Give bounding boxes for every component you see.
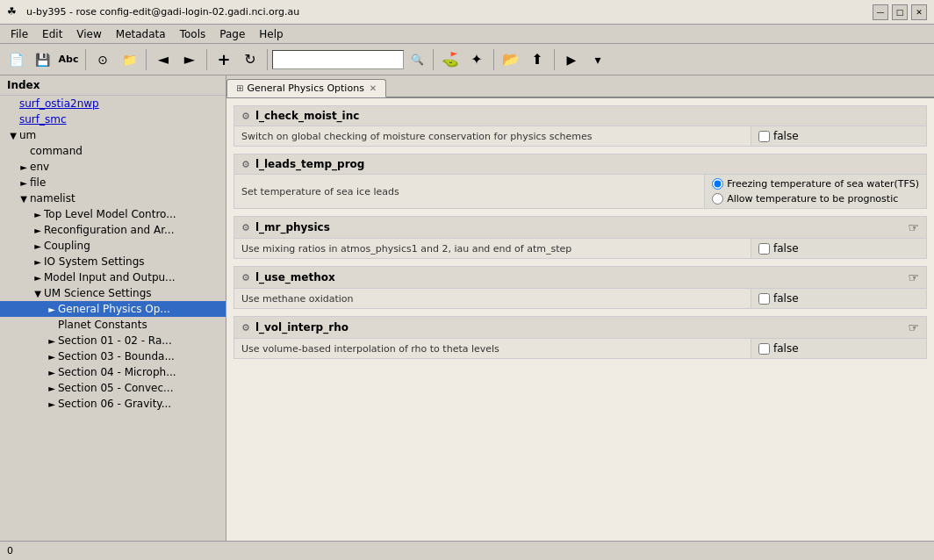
back-button[interactable]: ◄: [151, 47, 176, 72]
toolbar-separator-3: [206, 49, 207, 70]
external-link-icon-l_use_methox[interactable]: ☞: [908, 270, 919, 284]
titlebar: ☘ u-by395 - rose config-edit@gadi-login-…: [0, 0, 934, 25]
setting-edit-icon-l_vol_interp_rho[interactable]: ⚙: [241, 322, 250, 334]
menu-help[interactable]: Help: [252, 26, 290, 42]
toggle-io-system[interactable]: ►: [32, 255, 44, 268]
maximize-button[interactable]: □: [892, 4, 908, 20]
sidebar-item-top-level[interactable]: ►Top Level Model Contro...: [0, 206, 226, 222]
radio-input-l_leads_temp_prog-1[interactable]: [712, 193, 723, 205]
sidebar-item-section-04[interactable]: ►Section 04 - Microph...: [0, 364, 226, 380]
toggle-section-01-02[interactable]: ►: [46, 334, 58, 347]
add-button[interactable]: +: [212, 47, 236, 72]
toggle-model-input[interactable]: ►: [32, 271, 44, 284]
tab-general-physics-tab[interactable]: ⊞General Physics Options✕: [226, 79, 386, 97]
checkbox-l_check_moist_inc[interactable]: [758, 131, 770, 142]
false-checkbox-l_use_methox[interactable]: false: [758, 292, 919, 305]
false-checkbox-l_check_moist_inc[interactable]: false: [758, 130, 919, 142]
star-button[interactable]: ✦: [464, 47, 489, 72]
checkbox-l_vol_interp_rho[interactable]: [758, 343, 770, 355]
abc-button[interactable]: Abc: [56, 47, 81, 72]
menu-tools[interactable]: Tools: [173, 26, 213, 42]
sidebar-item-surf_smc[interactable]: surf_smc: [0, 111, 226, 127]
refresh-button[interactable]: ↻: [238, 47, 262, 72]
checkbox-l_use_methox[interactable]: [758, 293, 770, 305]
sidebar-label-env: env: [30, 161, 49, 173]
toggle-env[interactable]: ►: [18, 161, 30, 173]
toggle-coupling[interactable]: ►: [32, 240, 44, 252]
sidebar-item-io-system[interactable]: ►IO System Settings: [0, 254, 226, 269]
sidebar-item-namelist[interactable]: ▼namelist: [0, 190, 226, 206]
sidebar-item-section-03[interactable]: ►Section 03 - Bounda...: [0, 348, 226, 364]
toggle-top-level[interactable]: ►: [32, 208, 44, 220]
sidebar-label-file: file: [30, 176, 46, 189]
play-button[interactable]: ▶: [559, 47, 584, 72]
toggle-um-science[interactable]: ▼: [32, 287, 44, 299]
more-button[interactable]: ▾: [586, 47, 610, 72]
false-checkbox-l_vol_interp_rho[interactable]: false: [758, 342, 919, 355]
menu-edit[interactable]: Edit: [35, 26, 69, 42]
radio-option-l_leads_temp_prog-1[interactable]: Allow temperature to be prognostic: [712, 193, 919, 205]
sidebar-item-file[interactable]: ►file: [0, 175, 226, 190]
search-button[interactable]: 🔍: [406, 48, 428, 71]
tab-close-general-physics-tab[interactable]: ✕: [370, 83, 377, 93]
menu-metadata[interactable]: Metadata: [109, 26, 173, 42]
tab-label-general-physics-tab: General Physics Options: [247, 83, 363, 94]
toggle-general-physics[interactable]: ►: [46, 303, 58, 315]
sidebar-item-model-input[interactable]: ►Model Input and Outpu...: [0, 269, 226, 285]
save-button[interactable]: 💾: [30, 47, 54, 72]
toggle-file[interactable]: ►: [18, 176, 30, 189]
setting-edit-icon-l_leads_temp_prog[interactable]: ⚙: [241, 159, 250, 170]
toggle-um[interactable]: ▼: [7, 129, 19, 141]
folder2-button[interactable]: 📂: [499, 47, 523, 72]
sidebar-item-general-physics[interactable]: ►General Physics Op...: [0, 301, 226, 317]
sidebar-item-section-06[interactable]: ►Section 06 - Gravity...: [0, 396, 226, 412]
sidebar-item-um[interactable]: ▼um: [0, 127, 226, 143]
minimize-button[interactable]: —: [873, 4, 888, 20]
sidebar-item-um-science[interactable]: ▼UM Science Settings: [0, 285, 226, 301]
statusbar: 0: [0, 541, 934, 560]
sidebar-item-planet-constants[interactable]: Planet Constants: [0, 317, 226, 333]
open-button[interactable]: 📁: [117, 47, 141, 72]
false-checkbox-l_mr_physics[interactable]: false: [758, 242, 919, 255]
setting-desc-l_use_methox: Use methane oxidation: [234, 289, 751, 308]
sidebar-item-env[interactable]: ►env: [0, 159, 226, 175]
toolbar-separator-2: [146, 49, 147, 70]
toggle-namelist[interactable]: ▼: [18, 192, 30, 205]
menu-file[interactable]: File: [4, 26, 35, 42]
sidebar-item-section-01-02[interactable]: ►Section 01 - 02 - Ra...: [0, 333, 226, 348]
toggle-section-05[interactable]: ►: [46, 382, 58, 394]
toolbar-separator-6: [493, 49, 494, 70]
setting-edit-icon-l_use_methox[interactable]: ⚙: [241, 272, 250, 284]
sidebar-item-reconfig[interactable]: ►Reconfiguration and Ar...: [0, 222, 226, 238]
sidebar-item-section-05[interactable]: ►Section 05 - Convec...: [0, 380, 226, 396]
menubar: FileEditViewMetadataToolsPageHelp: [0, 25, 934, 44]
flag-button[interactable]: ⛳: [438, 47, 463, 72]
radio-input-l_leads_temp_prog-0[interactable]: [712, 178, 723, 190]
content-panel: ⚙l_check_moist_incSwitch on global check…: [226, 98, 934, 541]
sidebar-label-section-05: Section 05 - Convec...: [58, 382, 173, 394]
toggle-reconfig[interactable]: ►: [32, 224, 44, 236]
sidebar-label-general-physics: General Physics Op...: [58, 303, 170, 315]
sidebar-item-command[interactable]: command: [0, 143, 226, 159]
search-input[interactable]: [272, 50, 404, 69]
external-link-icon-l_vol_interp_rho[interactable]: ☞: [908, 320, 919, 334]
forward-button[interactable]: ►: [177, 47, 202, 72]
reload-button[interactable]: ⊙: [90, 47, 115, 72]
menu-view[interactable]: View: [69, 26, 108, 42]
toggle-section-06[interactable]: ►: [46, 398, 58, 410]
external-link-icon-l_mr_physics[interactable]: ☞: [908, 220, 919, 234]
setting-name-l_vol_interp_rho: l_vol_interp_rho: [255, 321, 905, 334]
menu-page[interactable]: Page: [212, 26, 252, 42]
sidebar-item-coupling[interactable]: ►Coupling: [0, 238, 226, 254]
toggle-section-03[interactable]: ►: [46, 350, 58, 363]
up-button[interactable]: ⬆: [525, 47, 550, 72]
sidebar-item-surf_ostia2nwp[interactable]: surf_ostia2nwp: [0, 96, 226, 111]
setting-control-l_vol_interp_rho: false: [751, 339, 926, 358]
checkbox-l_mr_physics[interactable]: [758, 243, 770, 255]
new-button[interactable]: 📄: [4, 47, 28, 72]
toggle-section-04[interactable]: ►: [46, 366, 58, 378]
radio-option-l_leads_temp_prog-0[interactable]: Freezing temperature of sea water(TFS): [712, 178, 919, 190]
close-button[interactable]: ✕: [911, 4, 927, 20]
setting-edit-icon-l_mr_physics[interactable]: ⚙: [241, 222, 250, 233]
setting-edit-icon-l_check_moist_inc[interactable]: ⚙: [241, 111, 250, 122]
